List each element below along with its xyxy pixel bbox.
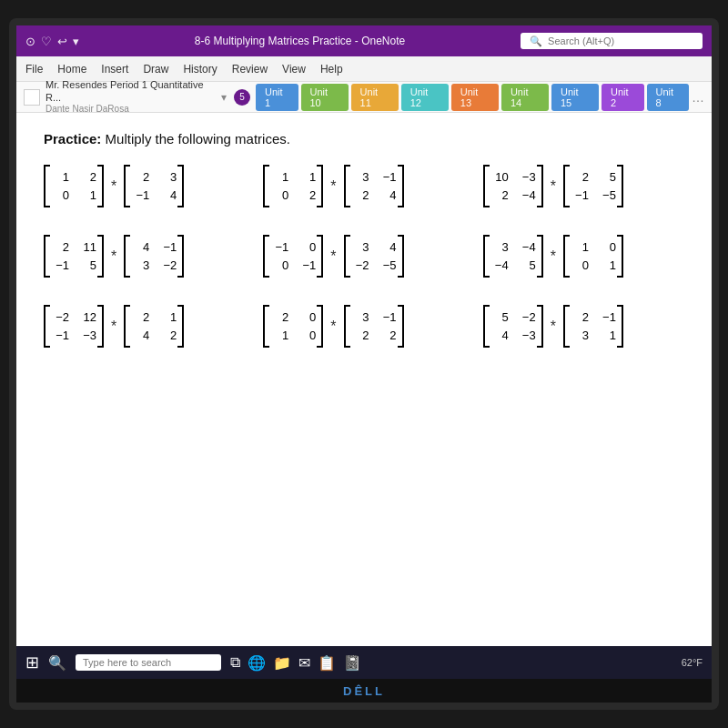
- multiply-sign-6: *: [551, 248, 556, 265]
- quick-access-icon: ♡: [41, 35, 52, 48]
- teams-icon[interactable]: 📋: [318, 654, 336, 672]
- practice-label: Practice:: [44, 131, 101, 147]
- problem-5: −10 0−1 * 34 −2−5: [263, 235, 464, 278]
- tab-unit2[interactable]: Unit 2: [602, 84, 643, 111]
- tab-unit10[interactable]: Unit 10: [301, 84, 349, 111]
- content-area: Practice: Multiply the following matrice…: [16, 113, 712, 646]
- tab-unit8[interactable]: Unit 8: [647, 84, 689, 111]
- problem-7: −212 −1−3 * 21 42: [44, 305, 245, 348]
- problem-2: 11 02 * 3−1 24: [263, 165, 464, 207]
- matrix-2b: 3−1 24: [344, 165, 404, 207]
- matrix-1a: 12 01: [44, 165, 104, 207]
- problem-4: 211 −15 * 4−1 3−2: [44, 235, 245, 278]
- dell-logo: DÊLL: [343, 684, 385, 698]
- search-icon: 🔍: [48, 654, 66, 672]
- screen: ⊙ ♡ ↩ ▾ 8-6 Multiplying Matrices Practic…: [16, 25, 712, 679]
- multiply-sign-1: *: [111, 178, 116, 195]
- matrix-2a: 11 02: [263, 165, 323, 207]
- menu-file[interactable]: File: [25, 63, 43, 76]
- problem-1: 12 01 * 23 −14: [44, 165, 245, 207]
- title-bar: ⊙ ♡ ↩ ▾ 8-6 Multiplying Matrices Practic…: [16, 25, 712, 56]
- matrix-9b: 2−1 31: [563, 305, 623, 348]
- taskbar: ⊞ 🔍 ⧉ 🌐 📁 ✉ 📋 📓 62°F: [16, 646, 712, 679]
- matrix-4a: 211 −15: [44, 235, 104, 278]
- tabs-container: Unit 1 Unit 10 Unit 11 Unit 12 Unit 13 U…: [256, 84, 704, 111]
- matrix-3a: 10−3 2−4: [483, 165, 543, 207]
- multiply-sign-8: *: [330, 318, 336, 335]
- app-title: 8-6 Multiplying Matrices Practice - OneN…: [88, 35, 511, 47]
- matrix-5a: −10 0−1: [263, 235, 323, 278]
- multiply-sign-9: *: [551, 318, 556, 335]
- temperature: 62°F: [682, 657, 703, 668]
- taskview-icon[interactable]: ⧉: [230, 654, 240, 671]
- matrix-4b: 4−1 3−2: [124, 235, 184, 278]
- more-tabs-icon[interactable]: …: [692, 90, 704, 105]
- tab-unit15[interactable]: Unit 15: [551, 84, 599, 111]
- problem-8: 20 10 * 3−1 22: [263, 305, 464, 348]
- practice-header: Practice: Multiply the following matrice…: [44, 131, 684, 147]
- tab-unit12[interactable]: Unit 12: [401, 84, 449, 111]
- file-icon[interactable]: 📁: [273, 654, 291, 672]
- problem-6: 3−4 −45 * 10 01: [483, 235, 684, 278]
- undo-icon[interactable]: ↩: [57, 35, 67, 48]
- section-badge: 5: [234, 89, 250, 106]
- matrix-9a: 5−2 4−3: [483, 305, 543, 348]
- search-input[interactable]: [521, 33, 703, 49]
- edge-icon[interactable]: 🌐: [248, 654, 266, 672]
- taskbar-search-input[interactable]: [76, 654, 221, 671]
- matrix-3b: 25 −1−5: [563, 165, 623, 207]
- menu-insert[interactable]: Insert: [101, 63, 128, 76]
- multiply-sign-3: *: [551, 178, 556, 195]
- dropdown-icon[interactable]: ▾: [73, 35, 79, 48]
- notebook-bar: Mr. Resendes Period 1 Quantitative R... …: [16, 82, 712, 113]
- menu-bar: File Home Insert Draw History Review Vie…: [16, 56, 712, 82]
- title-bar-controls: ⊙ ♡ ↩ ▾: [25, 35, 79, 48]
- matrix-5b: 34 −2−5: [344, 235, 404, 278]
- notebook-page-icon: [24, 89, 40, 106]
- problem-9: 5−2 4−3 * 2−1 31: [483, 305, 684, 348]
- menu-draw[interactable]: Draw: [143, 63, 168, 76]
- matrix-6b: 10 01: [563, 235, 623, 278]
- matrix-1b: 23 −14: [124, 165, 184, 207]
- multiply-sign-7: *: [111, 318, 116, 335]
- menu-view[interactable]: View: [282, 63, 306, 76]
- matrix-6a: 3−4 −45: [483, 235, 543, 278]
- start-button[interactable]: ⊞: [25, 652, 39, 672]
- arrow-icon: ▾: [221, 91, 227, 104]
- matrix-7a: −212 −1−3: [44, 305, 104, 348]
- multiply-sign-5: *: [330, 248, 336, 265]
- tab-unit14[interactable]: Unit 14: [501, 84, 549, 111]
- practice-text: Multiply the following matrices.: [106, 131, 290, 147]
- notebook-name: Mr. Resendes Period 1 Quantitative R...: [46, 79, 214, 103]
- tab-unit1[interactable]: Unit 1: [256, 84, 298, 111]
- matrix-8b: 3−1 22: [344, 305, 404, 348]
- matrix-7b: 21 42: [124, 305, 184, 348]
- tab-unit11[interactable]: Unit 11: [351, 84, 399, 111]
- matrices-grid: 12 01 * 23 −14 11 02 *: [44, 165, 684, 348]
- matrix-8a: 20 10: [263, 305, 323, 348]
- monitor-bezel: ⊙ ♡ ↩ ▾ 8-6 Multiplying Matrices Practic…: [9, 18, 719, 710]
- menu-history[interactable]: History: [183, 63, 217, 76]
- taskbar-right: 62°F: [682, 657, 703, 668]
- mail-icon[interactable]: ✉: [298, 654, 310, 672]
- menu-home[interactable]: Home: [57, 63, 86, 76]
- menu-help[interactable]: Help: [320, 63, 343, 76]
- dell-bar: DÊLL: [16, 679, 712, 703]
- problem-3: 10−3 2−4 * 25 −1−5: [483, 165, 684, 207]
- tab-unit13[interactable]: Unit 13: [451, 84, 499, 111]
- onenote-icon[interactable]: 📓: [343, 654, 361, 672]
- menu-review[interactable]: Review: [232, 63, 268, 76]
- taskbar-app-icons: ⧉ 🌐 📁 ✉ 📋 📓: [230, 654, 361, 672]
- onenote-logo-icon: ⊙: [25, 35, 35, 48]
- multiply-sign-2: *: [330, 178, 336, 195]
- multiply-sign-4: *: [111, 248, 116, 265]
